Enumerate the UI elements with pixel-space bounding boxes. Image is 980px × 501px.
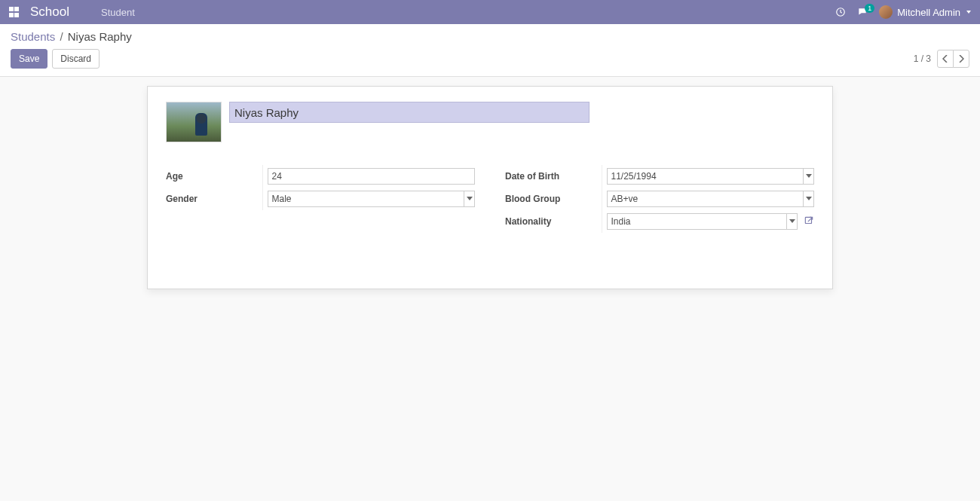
gender-select[interactable]: Male	[268, 191, 476, 207]
age-input[interactable]	[268, 168, 476, 185]
chevron-down-icon	[803, 191, 813, 206]
avatar	[879, 5, 893, 19]
messages-icon[interactable]: 1	[856, 7, 868, 17]
age-label: Age	[166, 165, 262, 188]
blood-group-label: Blood Group	[505, 188, 602, 210]
user-name: Mitchell Admin	[897, 7, 960, 18]
chevron-down-icon	[966, 11, 971, 14]
breadcrumb: Students / Niyas Raphy	[11, 30, 969, 43]
gender-label: Gender	[166, 188, 262, 210]
nationality-label: Nationality	[505, 210, 602, 233]
discard-button[interactable]: Discard	[52, 49, 100, 69]
chevron-down-icon	[464, 191, 474, 206]
apps-icon[interactable]	[9, 7, 20, 17]
chevron-down-icon	[786, 214, 797, 229]
breadcrumb-current: Niyas Raphy	[68, 30, 132, 43]
pager-next-button[interactable]	[953, 50, 969, 68]
chevron-down-icon	[803, 169, 813, 184]
pager: 1 / 3	[914, 50, 969, 68]
app-title: School	[30, 5, 69, 20]
external-link-icon[interactable]	[804, 215, 814, 228]
svg-rect-1	[805, 217, 811, 223]
control-panel: Students / Niyas Raphy Save Discard 1 / …	[0, 24, 980, 77]
group-right: Date of Birth 11/25/1994 Blood Group	[505, 165, 814, 233]
pager-prev-button[interactable]	[937, 50, 954, 68]
save-button[interactable]: Save	[11, 49, 47, 69]
activities-icon[interactable]	[835, 7, 846, 17]
nationality-select[interactable]: India	[607, 213, 798, 230]
name-input[interactable]	[229, 102, 590, 123]
blood-group-select[interactable]: AB+ve	[607, 191, 815, 207]
student-photo[interactable]	[166, 102, 222, 142]
breadcrumb-root[interactable]: Students	[11, 30, 55, 43]
pager-text: 1 / 3	[914, 53, 931, 64]
user-menu[interactable]: Mitchell Admin	[879, 5, 971, 19]
top-navbar: School Student 1 Mitchell Admin	[0, 0, 980, 24]
dob-label: Date of Birth	[505, 165, 602, 188]
group-left: Age Gender Male	[166, 165, 475, 233]
messages-badge: 1	[865, 4, 874, 13]
dob-input[interactable]: 11/25/1994	[607, 168, 815, 185]
form-view: Age Gender Male	[0, 77, 980, 298]
menu-student[interactable]: Student	[101, 7, 135, 18]
form-sheet: Age Gender Male	[147, 86, 833, 289]
